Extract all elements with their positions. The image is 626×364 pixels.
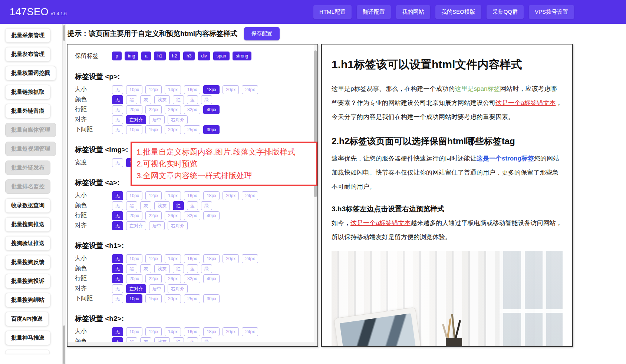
option-chip[interactable]: 25px	[184, 125, 200, 134]
option-chip[interactable]: 40px	[203, 274, 220, 283]
preserve-tag-chip[interactable]: h2	[169, 52, 180, 60]
preserve-tag-chip[interactable]: h1	[154, 52, 165, 60]
a-anchor-link[interactable]: 这是一个a标签锚文本	[350, 219, 411, 226]
option-chip[interactable]: 22px	[145, 105, 162, 114]
preserve-tag-chip[interactable]: strong	[233, 52, 251, 60]
option-chip[interactable]: 无	[112, 115, 123, 124]
scrollbar-thumb[interactable]	[63, 325, 65, 364]
option-chip[interactable]: 绿	[201, 95, 212, 104]
sidebar-item-11[interactable]: 搜狗验证推送	[5, 236, 50, 251]
option-chip[interactable]: 20px	[223, 327, 239, 336]
option-chip[interactable]: 无	[112, 211, 123, 220]
option-chip[interactable]: 18px	[203, 191, 220, 200]
option-chip[interactable]: 20px	[126, 274, 142, 283]
option-chip[interactable]: 绿	[201, 264, 212, 273]
sidebar-item-13[interactable]: 批量搜狗投诉	[5, 274, 50, 288]
option-chip[interactable]: 左对齐	[126, 284, 146, 293]
option-chip[interactable]: 14px	[165, 191, 181, 200]
option-chip[interactable]: 居中	[149, 221, 165, 230]
option-chip[interactable]: 绿	[201, 201, 212, 210]
option-chip[interactable]: 左对齐	[126, 221, 146, 230]
option-chip[interactable]: 黑	[126, 264, 137, 273]
option-chip[interactable]: 16px	[184, 254, 200, 263]
option-chip[interactable]: 红	[173, 95, 184, 104]
option-chip[interactable]: 40px	[203, 105, 220, 114]
nav-button-3[interactable]: 我的SEO模版	[435, 5, 481, 19]
option-chip[interactable]: 蓝	[187, 201, 198, 210]
option-chip[interactable]: 10px	[126, 294, 142, 303]
option-chip[interactable]: 浅灰	[154, 264, 170, 273]
option-chip[interactable]: 12px	[145, 254, 162, 263]
nav-button-2[interactable]: 我的网站	[396, 5, 430, 19]
sidebar-item-9[interactable]: 收录数据查询	[5, 198, 50, 213]
option-chip[interactable]: 30px	[203, 294, 220, 303]
preserve-tag-chip[interactable]: h3	[183, 52, 195, 60]
option-chip[interactable]: 左对齐	[126, 115, 146, 124]
option-chip[interactable]: 25px	[184, 294, 200, 303]
option-chip[interactable]: 右对齐	[168, 221, 188, 230]
option-chip[interactable]: 20px	[165, 125, 181, 134]
nav-button-4[interactable]: 采集QQ群	[487, 5, 524, 19]
option-chip[interactable]: 蓝	[187, 264, 198, 273]
scrollbar-thumb[interactable]	[63, 25, 65, 41]
preserve-tag-chip[interactable]: p	[112, 52, 122, 60]
option-chip[interactable]: 12px	[145, 191, 162, 200]
option-chip[interactable]: 20px	[165, 294, 181, 303]
option-chip[interactable]: 无	[112, 221, 123, 230]
option-chip[interactable]: 15px	[145, 294, 162, 303]
preserve-tag-chip[interactable]: div	[198, 52, 210, 60]
save-config-button[interactable]: 保存配置	[244, 27, 280, 40]
sidebar-item-15[interactable]: 百度API推送	[5, 312, 49, 326]
a-anchor-link[interactable]: 这是一个a标签锚文本	[495, 99, 556, 106]
option-chip[interactable]: 10px	[126, 85, 142, 94]
option-chip[interactable]: 20px	[126, 211, 142, 220]
option-chip[interactable]: 无	[112, 284, 123, 293]
option-chip[interactable]: 22px	[145, 211, 162, 220]
option-chip[interactable]: 无	[112, 105, 123, 114]
sidebar-item-12[interactable]: 批量搜狗反馈	[5, 255, 50, 269]
option-chip[interactable]: 32px	[184, 105, 200, 114]
option-chip[interactable]: 10px	[126, 327, 142, 336]
option-chip[interactable]: 20px	[223, 85, 239, 94]
option-chip[interactable]: 无	[112, 264, 123, 273]
option-chip[interactable]: 黑	[126, 201, 137, 210]
sidebar-item-16[interactable]: 批量神马推送	[5, 331, 50, 345]
nav-button-5[interactable]: VPS拨号设置	[529, 5, 574, 19]
option-chip[interactable]: 26px	[165, 105, 181, 114]
option-chip[interactable]: 22px	[145, 274, 162, 283]
option-chip[interactable]: 10px	[126, 125, 142, 134]
option-chip[interactable]: 浅灰	[154, 201, 170, 210]
option-chip[interactable]: 无	[112, 191, 123, 200]
option-chip[interactable]: 10px	[126, 254, 142, 263]
option-chip[interactable]: 14px	[165, 254, 181, 263]
preserve-tag-chip[interactable]: a	[141, 52, 151, 60]
option-chip[interactable]: 无	[112, 327, 123, 336]
preserve-tag-chip[interactable]: span	[213, 52, 230, 60]
option-chip[interactable]: 蓝	[187, 95, 198, 104]
option-chip[interactable]: 40px	[203, 211, 220, 220]
option-chip[interactable]: 14px	[165, 85, 181, 94]
option-chip[interactable]: 灰	[140, 201, 151, 210]
option-chip[interactable]: 灰	[140, 95, 151, 104]
preserve-tag-chip[interactable]: img	[125, 52, 138, 60]
option-chip[interactable]: 12px	[145, 85, 162, 94]
option-chip[interactable]: 居中	[149, 115, 165, 124]
option-chip[interactable]: 10px	[126, 191, 142, 200]
option-chip[interactable]: 无	[112, 158, 123, 167]
option-chip[interactable]: 12px	[145, 327, 162, 336]
nav-button-0[interactable]: HTML配置	[313, 5, 352, 19]
option-chip[interactable]: 18px	[203, 254, 220, 263]
option-chip[interactable]: 14px	[165, 327, 181, 336]
option-chip[interactable]: 18px	[203, 85, 220, 94]
option-chip[interactable]: 红	[173, 201, 184, 210]
option-chip[interactable]: 24px	[242, 85, 258, 94]
option-chip[interactable]: 右对齐	[168, 115, 188, 124]
option-chip[interactable]: 16px	[184, 85, 200, 94]
sidebar-item-14[interactable]: 批量搜狗绑站	[5, 293, 50, 307]
option-chip[interactable]: 26px	[165, 211, 181, 220]
nav-button-1[interactable]: 翻译配置	[357, 5, 391, 19]
option-chip[interactable]: 无	[112, 201, 123, 210]
option-chip[interactable]: 15px	[145, 125, 162, 134]
option-chip[interactable]: 26px	[165, 274, 181, 283]
sidebar-item-2[interactable]: 批量权重词挖掘	[5, 66, 56, 80]
